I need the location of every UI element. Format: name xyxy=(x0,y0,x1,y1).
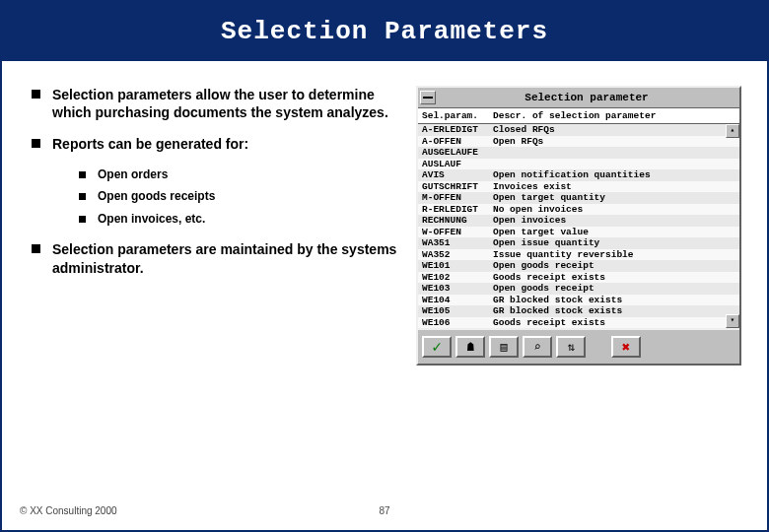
confirm-button[interactable]: ✓ xyxy=(422,336,452,358)
bullet-icon xyxy=(32,139,40,148)
cell-param: A-OFFEN xyxy=(418,136,489,148)
cell-param: WE104 xyxy=(418,295,489,306)
table-row[interactable]: WE105GR blocked stock exists xyxy=(418,305,739,317)
cell-desc: Issue quantity reversible xyxy=(489,249,739,261)
cell-desc: Closed RFQs xyxy=(489,124,739,136)
sub-bullet-text: Open goods receipts xyxy=(98,189,215,205)
table-row[interactable]: RECHNUNGOpen invoices xyxy=(418,215,739,227)
bullet-text: Selection parameters allow the user to d… xyxy=(52,86,416,121)
cell-param: WA352 xyxy=(418,249,489,261)
bullet-2: Reports can be generated for: xyxy=(32,135,416,153)
bullet-icon xyxy=(32,90,40,99)
sub-bullet-text: Open invoices, etc. xyxy=(98,212,205,228)
cell-desc: Open notification quantities xyxy=(489,169,739,181)
cell-desc: Open target value xyxy=(489,227,739,238)
cell-desc: Invoices exist xyxy=(489,181,739,193)
cell-desc: No open invoices xyxy=(489,204,739,216)
cell-desc: GR blocked stock exists xyxy=(489,305,739,317)
screenshot-column: Selection parameter Sel.param. Descr. of… xyxy=(416,86,741,366)
cell-param: AUSLAUF xyxy=(418,159,489,170)
table-row[interactable]: GUTSCHRIFTInvoices exist xyxy=(418,181,739,193)
bullet-text: Reports can be generated for: xyxy=(52,135,248,153)
table-row[interactable]: AUSLAUF xyxy=(418,159,739,170)
cell-param: WE101 xyxy=(418,260,489,272)
cell-desc: GR blocked stock exists xyxy=(489,295,739,306)
cancel-icon: ✖ xyxy=(622,339,630,356)
new-entry-button[interactable]: ▤ xyxy=(489,336,519,358)
cell-param: WE102 xyxy=(418,272,489,284)
bullet-column: Selection parameters allow the user to d… xyxy=(32,86,416,366)
bullet-icon xyxy=(79,193,86,200)
scroll-down-icon[interactable]: ▾ xyxy=(726,314,739,328)
table-row[interactable]: AVISOpen notification quantities xyxy=(418,169,739,181)
table-row[interactable]: M-OFFENOpen target quantity xyxy=(418,192,739,204)
table-row[interactable]: WE104GR blocked stock exists xyxy=(418,295,739,306)
footer-copyright: © XX Consulting 2000 xyxy=(20,505,117,516)
find-button[interactable]: ⌕ xyxy=(523,336,552,358)
cell-param: WE103 xyxy=(418,283,489,295)
cell-param: WE105 xyxy=(418,305,489,317)
sub-bullet-list: Open orders Open goods receipts Open inv… xyxy=(79,167,416,228)
cell-desc: Open RFQs xyxy=(489,136,739,148)
header-desc: Descr. of selection parameter xyxy=(493,110,656,121)
sort-button[interactable]: ⇅ xyxy=(556,336,586,358)
table-row[interactable]: WA351Open issue quantity xyxy=(418,237,739,249)
slide-title: Selection Parameters xyxy=(2,2,767,61)
cell-desc: Open goods receipt xyxy=(489,283,739,295)
bullet-icon xyxy=(79,171,86,178)
cell-param: A-ERLEDIGT xyxy=(418,124,489,136)
cell-desc: Open issue quantity xyxy=(489,237,739,249)
table-row[interactable]: WE106Goods receipt exists xyxy=(418,317,739,329)
bullet-icon xyxy=(32,244,40,253)
cell-param: R-ERLEDIGT xyxy=(418,204,489,216)
sub-bullet-text: Open orders xyxy=(98,167,168,183)
table-row[interactable]: WE102Goods receipt exists xyxy=(418,272,739,284)
table-row[interactable]: A-ERLEDIGTClosed RFQs xyxy=(418,124,739,136)
new-icon: ▤ xyxy=(500,340,507,355)
sub-bullet: Open goods receipts xyxy=(79,189,416,205)
table-row[interactable]: AUSGELAUFE xyxy=(418,147,739,159)
cell-desc: Open goods receipt xyxy=(489,260,739,272)
cell-desc: Open invoices xyxy=(489,215,739,227)
cell-param: GUTSCHRIFT xyxy=(418,181,489,193)
sort-icon: ⇅ xyxy=(567,340,574,355)
cell-param: RECHNUNG xyxy=(418,215,489,227)
system-menu-icon[interactable] xyxy=(420,91,436,104)
cell-desc xyxy=(489,159,739,170)
table-row[interactable]: WE103Open goods receipt xyxy=(418,283,739,295)
pick-icon: ☗ xyxy=(466,340,473,355)
cell-desc xyxy=(489,147,739,159)
find-icon: ⌕ xyxy=(533,340,540,355)
cell-param: AVIS xyxy=(418,169,489,181)
choose-button[interactable]: ☗ xyxy=(455,336,485,358)
table-row[interactable]: WA352Issue quantity reversible xyxy=(418,249,739,261)
content-area: Selection parameters allow the user to d… xyxy=(2,61,767,366)
page-number: 87 xyxy=(379,505,389,516)
sap-titlebar: Selection parameter xyxy=(418,88,739,107)
sub-bullet: Open invoices, etc. xyxy=(79,212,416,228)
column-headers: Sel.param. Descr. of selection parameter xyxy=(418,107,739,123)
toolbar-spacer xyxy=(590,336,607,358)
bullet-text: Selection parameters are maintained by t… xyxy=(52,240,416,276)
table-row[interactable]: WE101Open goods receipt xyxy=(418,260,739,272)
table-row[interactable]: R-ERLEDIGTNo open invoices xyxy=(418,204,739,216)
cell-param: WA351 xyxy=(418,237,489,249)
bullet-icon xyxy=(79,216,86,223)
check-icon: ✓ xyxy=(432,337,442,357)
cell-desc: Open target quantity xyxy=(489,192,739,204)
selection-list[interactable]: ▴ ▾ A-ERLEDIGTClosed RFQsA-OFFENOpen RFQ… xyxy=(418,123,739,328)
sap-window: Selection parameter Sel.param. Descr. of… xyxy=(416,86,741,366)
cell-param: M-OFFEN xyxy=(418,192,489,204)
header-sel-param: Sel.param. xyxy=(422,110,493,121)
sap-toolbar: ✓ ☗ ▤ ⌕ ⇅ ✖ xyxy=(418,328,739,364)
table-row[interactable]: A-OFFENOpen RFQs xyxy=(418,136,739,148)
scroll-up-icon[interactable]: ▴ xyxy=(726,124,739,138)
cell-param: W-OFFEN xyxy=(418,227,489,238)
cancel-button[interactable]: ✖ xyxy=(611,336,641,358)
sap-window-title: Selection parameter xyxy=(436,92,737,103)
bullet-3: Selection parameters are maintained by t… xyxy=(32,240,416,276)
cell-param: WE106 xyxy=(418,317,489,329)
table-row[interactable]: W-OFFENOpen target value xyxy=(418,227,739,238)
cell-desc: Goods receipt exists xyxy=(489,272,739,284)
cell-param: AUSGELAUFE xyxy=(418,147,489,159)
